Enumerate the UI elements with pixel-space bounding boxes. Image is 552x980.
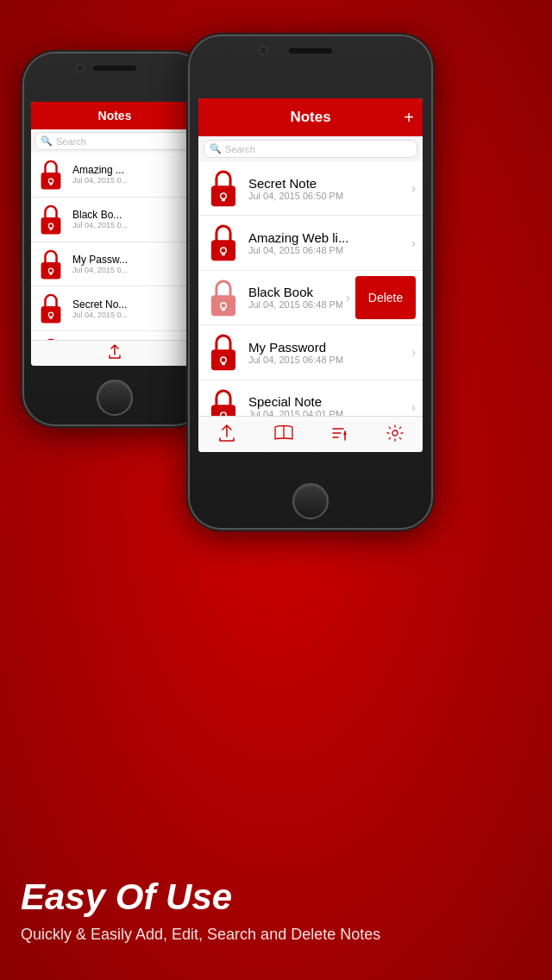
app-title-back: Notes — [98, 109, 132, 122]
note-date: Jul 04, 2015 06:50 PM — [248, 191, 408, 201]
note-item-front[interactable]: My Password Jul 04, 2015 06:48 PM › — [198, 325, 423, 380]
svg-point-35 — [221, 358, 225, 362]
share-icon-front[interactable] — [218, 424, 235, 445]
lock-icon — [205, 221, 242, 264]
svg-point-45 — [392, 430, 398, 436]
note-item-front[interactable]: Black Book Jul 04, 2015 06:48 PM › Delet… — [198, 271, 423, 325]
note-info: Amazing ... Jul 04, 2015 0... — [72, 164, 193, 185]
app-header-back: Notes — [31, 102, 198, 129]
note-item-front[interactable]: Special Note Jul 04, 2015 04:01 PM › — [198, 380, 423, 416]
camera-front — [259, 47, 267, 55]
note-date: Jul 04, 2015 0... — [72, 311, 193, 319]
home-button-front[interactable] — [292, 483, 329, 519]
svg-point-15 — [49, 313, 53, 317]
search-placeholder-back: Search — [56, 136, 86, 147]
lock-icon — [205, 330, 242, 374]
svg-point-27 — [221, 248, 225, 253]
note-title: Secret No... — [72, 298, 193, 311]
svg-point-7 — [49, 223, 53, 227]
sort-icon-front[interactable] — [332, 424, 348, 444]
note-title: Amazing ... — [72, 164, 193, 176]
notes-list-front: Secret Note Jul 04, 2015 06:50 PM › Amaz… — [198, 161, 423, 416]
note-date: Jul 04, 2015 0... — [72, 176, 193, 185]
note-title: Amazing Web li... — [248, 230, 408, 245]
note-date: Jul 04, 2015 04:01 PM — [248, 409, 408, 416]
lock-icon — [36, 202, 66, 237]
note-date: Jul 04, 2015 06:48 PM — [248, 245, 408, 255]
note-date: Jul 04, 2015 0... — [72, 266, 193, 274]
search-bar-back[interactable]: 🔍 Search — [34, 132, 195, 150]
search-icon-front: 🔍 — [210, 143, 222, 154]
book-icon-front[interactable] — [274, 425, 293, 443]
note-date: Jul 04, 2015 06:48 PM — [248, 299, 342, 310]
search-placeholder-front: Search — [225, 144, 255, 154]
add-note-button[interactable]: + — [404, 108, 414, 128]
note-title: My Password — [248, 340, 408, 355]
note-info: Special Note Jul 04, 2015 04:01 PM — [248, 394, 408, 416]
home-button-back[interactable] — [97, 380, 133, 416]
svg-point-11 — [49, 268, 53, 272]
lock-icon — [36, 291, 66, 326]
bottom-subtext: Quickly & Easily Add, Edit, Search and D… — [21, 924, 531, 945]
note-item-front[interactable]: Secret Note Jul 04, 2015 06:50 PM › — [198, 161, 423, 216]
note-item-back[interactable]: Amazing ... Jul 04, 2015 0... — [31, 153, 198, 198]
screen-back: Notes 🔍 Search Amazing ... Jul 04, 2015 … — [31, 102, 198, 366]
app-title-front: Notes — [290, 109, 330, 126]
note-item-back[interactable]: Black Bo... Jul 04, 2015 0... — [31, 198, 198, 242]
svg-point-3 — [49, 179, 53, 183]
lock-icon — [205, 276, 242, 319]
note-info: My Passw... Jul 04, 2015 0... — [72, 254, 193, 274]
lock-icon — [205, 386, 242, 416]
note-info: Secret No... Jul 04, 2015 0... — [72, 298, 193, 319]
note-title: Secret Note — [248, 176, 408, 191]
note-info: Black Book Jul 04, 2015 06:48 PM — [248, 285, 342, 310]
lock-icon — [36, 157, 66, 192]
chevron-icon: › — [346, 291, 350, 305]
note-info: Amazing Web li... Jul 04, 2015 06:48 PM — [248, 230, 408, 255]
note-title: Black Book — [248, 285, 342, 299]
toolbar-front — [198, 416, 423, 452]
note-item-back[interactable]: Special N... Jul 04, 2015 0... — [31, 331, 198, 340]
bottom-section: Easy Of Use Quickly & Easily Add, Edit, … — [0, 877, 552, 945]
notes-list-back: Amazing ... Jul 04, 2015 0... Black Bo..… — [31, 153, 198, 340]
chevron-icon: › — [411, 181, 416, 195]
lock-icon — [205, 166, 242, 210]
note-title: My Passw... — [72, 254, 193, 266]
note-title: Black Bo... — [72, 209, 193, 221]
chevron-icon: › — [411, 400, 416, 414]
app-header-front: Notes + — [198, 98, 423, 136]
chevron-icon: › — [411, 345, 416, 359]
note-title: Special Note — [248, 394, 408, 409]
search-bar-front[interactable]: 🔍 Search — [204, 140, 417, 158]
delete-button[interactable]: Delete — [355, 276, 416, 319]
note-item-back[interactable]: My Passw... Jul 04, 2015 0... — [31, 242, 198, 287]
camera-back — [76, 64, 85, 72]
svg-point-31 — [221, 304, 225, 308]
note-date: Jul 04, 2015 06:48 PM — [248, 355, 408, 365]
bottom-headline: Easy Of Use — [21, 877, 531, 917]
app-back: Notes 🔍 Search Amazing ... Jul 04, 2015 … — [31, 102, 198, 366]
lock-icon — [36, 336, 66, 340]
note-info: Secret Note Jul 04, 2015 06:50 PM — [248, 176, 408, 201]
share-icon-back[interactable] — [108, 344, 122, 362]
search-icon-back: 🔍 — [41, 135, 53, 147]
screen-front: Notes + 🔍 Search Secret Note Jul 04, 201… — [198, 98, 423, 452]
phone-front: Notes + 🔍 Search Secret Note Jul 04, 201… — [190, 36, 431, 528]
note-date: Jul 04, 2015 0... — [72, 221, 193, 229]
svg-point-23 — [221, 194, 225, 198]
settings-icon-front[interactable] — [386, 424, 404, 444]
phone-back: Notes 🔍 Search Amazing ... Jul 04, 2015 … — [24, 53, 205, 424]
app-front: Notes + 🔍 Search Secret Note Jul 04, 201… — [198, 98, 423, 452]
chevron-icon: › — [411, 236, 416, 250]
note-item-back[interactable]: Secret No... Jul 04, 2015 0... — [31, 286, 198, 331]
note-item-front[interactable]: Amazing Web li... Jul 04, 2015 06:48 PM … — [198, 216, 423, 270]
note-info: Black Bo... Jul 04, 2015 0... — [72, 209, 193, 229]
note-info: My Password Jul 04, 2015 06:48 PM — [248, 340, 408, 365]
lock-icon — [36, 247, 66, 282]
toolbar-back — [31, 340, 198, 366]
